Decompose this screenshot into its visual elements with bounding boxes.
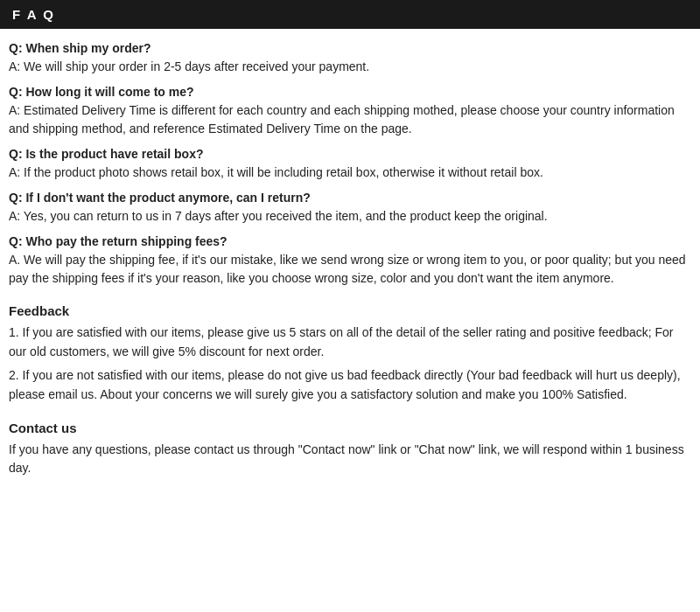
feedback-item: 2. If you are not satisfied with our ite… xyxy=(9,366,691,404)
feedback-title: Feedback xyxy=(9,303,691,318)
faq-answer: A: Estimated Delivery Time is different … xyxy=(9,101,691,138)
feedback-item: 1. If you are satisfied with our items, … xyxy=(9,323,691,361)
contact-section: Contact us If you have any questions, pl… xyxy=(9,421,691,478)
faq-title: F A Q xyxy=(12,7,55,22)
faq-answer: A: Yes, you can return to us in 7 days a… xyxy=(9,207,691,226)
faq-question: Q: How long it will come to me? xyxy=(9,85,691,99)
feedback-section: Feedback 1. If you are satisfied with ou… xyxy=(9,303,691,405)
contact-title: Contact us xyxy=(9,421,691,435)
faq-section: Q: When ship my order?A: We will ship yo… xyxy=(9,41,691,288)
contact-text: If you have any questions, please contac… xyxy=(9,441,691,478)
faq-header-bar: F A Q xyxy=(0,0,700,29)
faq-item: Q: How long it will come to me?A: Estima… xyxy=(9,85,691,138)
faq-question: Q: When ship my order? xyxy=(9,41,691,55)
faq-answer: A: If the product photo shows retail box… xyxy=(9,163,691,182)
faq-item: Q: When ship my order?A: We will ship yo… xyxy=(9,41,691,76)
faq-item: Q: Is the product have retail box?A: If … xyxy=(9,147,691,182)
faq-question: Q: If I don't want the product anymore, … xyxy=(9,191,691,205)
content-area: Q: When ship my order?A: We will ship yo… xyxy=(0,38,700,487)
faq-item: Q: Who pay the return shipping fees?A. W… xyxy=(9,234,691,288)
faq-answer: A: We will ship your order in 2-5 days a… xyxy=(9,58,691,76)
faq-question: Q: Is the product have retail box? xyxy=(9,147,691,161)
faq-question: Q: Who pay the return shipping fees? xyxy=(9,234,691,248)
faq-item: Q: If I don't want the product anymore, … xyxy=(9,191,691,226)
faq-answer: A. We will pay the shipping fee, if it's… xyxy=(9,251,691,288)
